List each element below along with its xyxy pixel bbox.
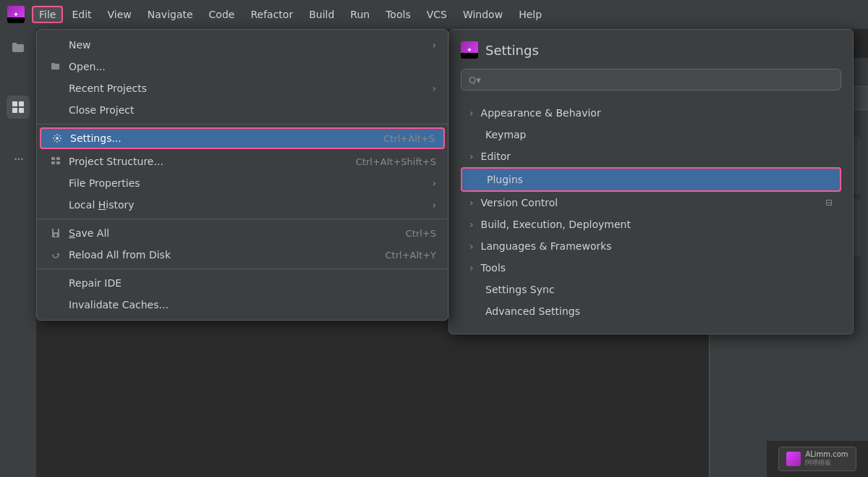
watermark-area: ALimm.com 阿哩模板 [767,441,868,477]
save-all-shortcut: Ctrl+S [406,228,436,239]
settings-label: Settings... [70,132,354,144]
plugins-label: Plugins [487,174,523,185]
settings-search-box[interactable]: Q▾ [461,69,841,90]
save-all-label: Save All [69,227,377,239]
menu-build[interactable]: Build [302,6,341,23]
menu-item-save-all[interactable]: Save All Ctrl+S [37,222,448,244]
menu-run[interactable]: Run [343,6,377,23]
settings-nav-keymap[interactable]: Keymap [461,124,841,145]
settings-nav-advanced[interactable]: Advanced Settings [461,300,841,322]
version-control-collapse-icon: ⊟ [825,198,833,208]
settings-search-input[interactable] [485,74,833,85]
menu-tools[interactable]: Tools [378,6,418,23]
advanced-settings-label: Advanced Settings [485,305,580,317]
watermark-site: ALimm.com [805,450,848,458]
tools-arrow-icon: › [469,262,474,274]
settings-nav-appearance[interactable]: › Appearance & Behavior [461,102,841,124]
menu-item-settings[interactable]: Settings... Ctrl+Alt+S [40,127,445,149]
menu-refactor[interactable]: Refactor [243,6,300,23]
svg-rect-2 [12,108,17,113]
menu-view[interactable]: View [101,6,139,23]
version-control-label: Version Control [481,197,558,208]
settings-shortcut: Ctrl+Alt+S [383,133,435,144]
menu-item-project-structure[interactable]: Project Structure... Ctrl+Alt+Shift+S [37,151,448,172]
svg-rect-11 [54,234,57,237]
svg-rect-1 [19,101,24,106]
settings-nav-editor[interactable]: › Editor [461,145,841,167]
settings-nav-version-control[interactable]: › Version Control ⊟ [461,192,841,214]
reload-icon [48,250,63,260]
menu-item-new[interactable]: New › [37,34,448,56]
open-label: Open... [69,61,436,72]
menu-window[interactable]: Window [456,6,510,23]
menubar: ✦ File Edit View Navigate Code Refactor … [0,0,868,29]
watermark-icon [786,452,801,466]
invalidate-caches-label: Invalidate Caches... [69,299,436,311]
project-structure-icon [48,156,63,166]
sidebar-folder-icon[interactable] [7,36,30,59]
app-icon: ✦ [6,4,26,25]
svg-rect-8 [56,161,60,164]
menu-item-open[interactable]: Open... [37,56,448,77]
menu-item-close-project[interactable]: Close Project [37,99,448,121]
editor-label: Editor [481,151,511,162]
sidebar-more-icon[interactable]: ··· [7,148,30,171]
settings-nav-settings-sync[interactable]: Settings Sync [461,279,841,300]
tools-label: Tools [481,262,506,274]
settings-nav-build[interactable]: › Build, Execution, Deployment [461,214,841,235]
svg-rect-0 [12,101,17,106]
menu-vcs[interactable]: VCS [420,6,454,23]
menu-item-file-properties[interactable]: File Properties › [37,172,448,194]
recent-arrow: › [432,83,436,94]
menu-item-reload-all[interactable]: Reload All from Disk Ctrl+Alt+Y [37,244,448,266]
settings-nav-tools[interactable]: › Tools [461,257,841,279]
svg-rect-7 [51,161,55,164]
build-label: Build, Execution, Deployment [481,219,631,230]
file-menu-dropdown: New › Open... Recent Projects › Close Pr… [36,29,448,321]
repair-ide-label: Repair IDE [69,277,436,289]
menu-file[interactable]: File [32,6,63,23]
menu-item-repair-ide[interactable]: Repair IDE [37,272,448,294]
appearance-arrow-icon: › [469,107,474,119]
settings-sync-label: Settings Sync [485,284,555,295]
settings-title: ✦ Settings [461,41,841,59]
local-history-arrow: › [432,199,436,211]
project-structure-shortcut: Ctrl+Alt+Shift+S [356,156,436,167]
sidebar-plugins-icon[interactable] [7,96,30,119]
menu-code[interactable]: Code [202,6,242,23]
version-control-arrow-icon: › [469,197,474,208]
project-structure-label: Project Structure... [69,156,327,167]
settings-gear-icon [50,133,64,143]
settings-nav-languages[interactable]: › Languages & Frameworks [461,235,841,257]
new-arrow: › [432,39,436,51]
separator-2 [37,219,448,219]
settings-nav-plugins[interactable]: Plugins [461,167,841,192]
svg-rect-10 [54,229,58,232]
reload-all-label: Reload All from Disk [69,249,357,261]
save-all-icon [48,228,63,238]
menu-navigate[interactable]: Navigate [140,6,200,23]
svg-rect-5 [51,157,55,160]
svg-rect-6 [56,157,60,160]
menu-item-local-history[interactable]: Local History › [37,194,448,216]
watermark-label: 阿哩模板 [805,458,848,468]
main-area: ··· New › Open... Recent Projects › [0,29,868,477]
recent-label: Recent Projects [69,83,432,94]
file-properties-arrow: › [432,177,436,189]
file-properties-label: File Properties [69,177,432,189]
reload-all-shortcut: Ctrl+Alt+Y [386,250,436,261]
svg-point-4 [56,137,59,140]
menu-edit[interactable]: Edit [64,6,98,23]
appearance-label: Appearance & Behavior [481,107,601,119]
editor-arrow-icon: › [469,151,474,162]
new-label: New [69,39,432,51]
menu-help[interactable]: Help [511,6,549,23]
settings-search-icon: Q▾ [469,75,481,85]
menu-item-invalidate-caches[interactable]: Invalidate Caches... [37,294,448,316]
separator-3 [37,269,448,269]
menu-item-recent-projects[interactable]: Recent Projects › [37,77,448,99]
watermark-badge: ALimm.com 阿哩模板 [778,447,856,471]
close-project-label: Close Project [69,104,436,116]
separator-1 [37,124,448,124]
svg-rect-3 [19,108,24,113]
